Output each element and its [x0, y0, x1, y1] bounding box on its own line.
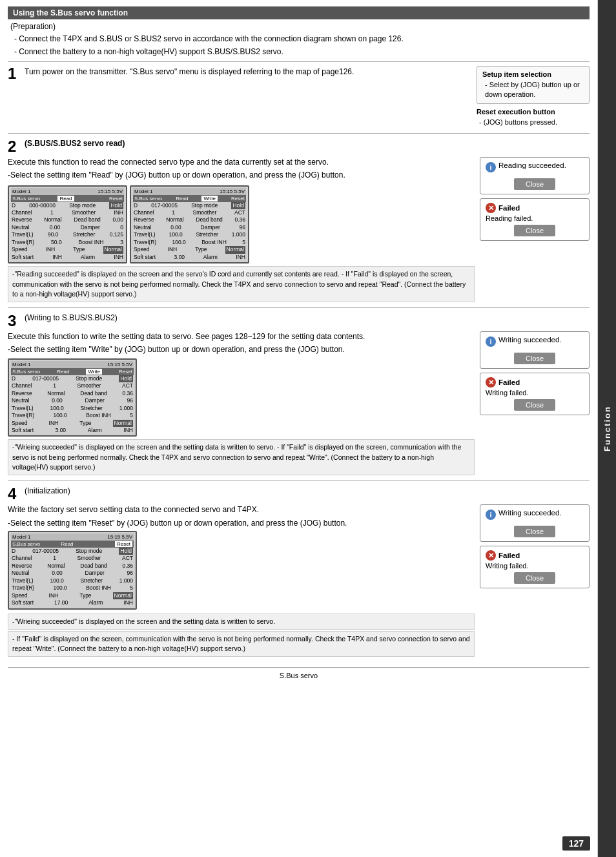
step4-writing-failed-text: Writing failed. — [486, 562, 584, 570]
step-3-subtitle: (Writing to S.BUS/S.BUS2) — [25, 313, 118, 322]
step4-writing-succeeded-text: Writing succeeded. — [498, 509, 562, 517]
step3-writing-failed-text: Writing failed. — [486, 389, 584, 397]
step3-close-btn-1[interactable]: Close — [514, 353, 555, 364]
step4-screen: Model 115:15 5.5V S.Bus servo Read Reset… — [8, 531, 137, 610]
preparation-label: (Preparation) — [8, 22, 590, 31]
failed-icon-3: ✕ — [486, 550, 496, 561]
step3-writing-succeeded-text: Writing succeeded. — [498, 336, 562, 344]
step2-close-btn-1[interactable]: Close — [514, 178, 555, 190]
step-3-desc2: -Select the setting item "Write" by (JOG… — [8, 344, 475, 355]
footer-text: S.Bus servo — [280, 672, 318, 679]
step1-reset-text: - (JOG) buttons pressed. — [479, 118, 590, 127]
step2-reading-failed-box: ✕ Failed Reading failed. Close — [480, 198, 590, 241]
step2-reading-failed-text: Reading failed. — [486, 214, 584, 222]
step-4-number: 4 — [8, 486, 19, 502]
step1-reset-title: Reset execution button — [477, 108, 590, 116]
info-icon-3: i — [486, 510, 496, 520]
step-4-section: 4 (Initialization) Write the factory set… — [8, 486, 590, 662]
step4-close-btn-2[interactable]: Close — [514, 572, 555, 584]
step-3-number: 3 — [8, 313, 19, 329]
step4-writing-succeeded-box: i Writing succeeded. Close — [480, 504, 590, 542]
step-1-number: 1 — [8, 66, 19, 81]
step2-close-btn-2[interactable]: Close — [514, 225, 555, 236]
step3-close-btn-2[interactable]: Close — [514, 399, 555, 411]
step1-setup-text: - Select by (JOG) button up or down oper… — [485, 80, 584, 100]
step3-writing-failed-box: ✕ Failed Writing failed. Close — [480, 373, 590, 415]
step-2-subtitle: (S.BUS/S.BUS2 servo read) — [25, 139, 125, 148]
step-3-section: 3 (Writing to S.BUS/S.BUS2) Execute this… — [8, 313, 590, 481]
step2-note: -"Reading succeeded" is displayed on the… — [8, 266, 475, 302]
failed-icon-2: ✕ — [486, 377, 496, 387]
step4-writing-failed-box: ✕ Failed Writing failed. Close — [480, 546, 590, 588]
step3-screen: Model 115:15 5.5V S.Bus servo Read Write… — [8, 358, 137, 437]
step-2-number: 2 — [8, 139, 19, 154]
step2-reading-succeeded-text: Reading succeeded. — [498, 161, 566, 169]
step1-setup-title: Setup item selection — [482, 70, 584, 78]
bullet-item-1: - Connect the T4PX and S.BUS or S.BUS2 s… — [14, 34, 590, 45]
step-1-body: Turn power on the transmitter. "S.Bus se… — [25, 66, 354, 76]
step-1-section: 1 Turn power on the transmitter. "S.Bus … — [8, 66, 590, 134]
info-icon-2: i — [486, 336, 496, 347]
step-4-subtitle: (Initialization) — [25, 486, 70, 495]
page-number: 127 — [562, 836, 590, 851]
step-4-desc2: -Select the setting item "Reset" by (JOG… — [8, 518, 475, 529]
section-title: Using the S.Bus servo function — [8, 6, 590, 19]
step1-setup-info: Setup item selection - Select by (JOG) b… — [477, 66, 590, 105]
bullet-item-2: - Connect the battery to a non-high volt… — [14, 46, 590, 57]
info-icon-1: i — [486, 162, 496, 172]
step3-failed-label: Failed — [498, 378, 520, 386]
step2-failed-label: Failed — [498, 204, 520, 212]
step4-note2: - If "Faild" is displayed on the screen,… — [8, 631, 475, 657]
step-2-desc1: Execute this function to read the connec… — [8, 157, 475, 168]
sidebar-label: Function — [602, 406, 612, 451]
step2-screen1: Model 115:15 5.5V S.Bus servo Read Reset… — [8, 185, 127, 264]
failed-icon-1: ✕ — [486, 203, 496, 213]
step-4-desc1: Write the factory set servo setting data… — [8, 504, 475, 515]
step3-writing-succeeded-box: i Writing succeeded. Close — [480, 331, 590, 369]
step2-reading-succeeded-box: i Reading succeeded. Close — [480, 157, 590, 194]
step4-note1: -"Wrieing succeeded" is displayed on the… — [8, 614, 475, 630]
step-3-desc1: Execute this function to write the setti… — [8, 331, 475, 342]
step3-note: -"Wrieing succeeded" is displayed on the… — [8, 439, 475, 475]
step4-close-btn-1[interactable]: Close — [514, 526, 555, 537]
step2-screen2: Model 115:15 5.5V S.Bus servo Read Write… — [130, 185, 249, 264]
step4-failed-label: Failed — [498, 552, 520, 559]
step-2-desc2: -Select the setting item "Read" by (JOG)… — [8, 170, 475, 181]
function-sidebar: Function — [598, 0, 616, 857]
step-2-section: 2 (S.BUS/S.BUS2 servo read) Execute this… — [8, 139, 590, 308]
